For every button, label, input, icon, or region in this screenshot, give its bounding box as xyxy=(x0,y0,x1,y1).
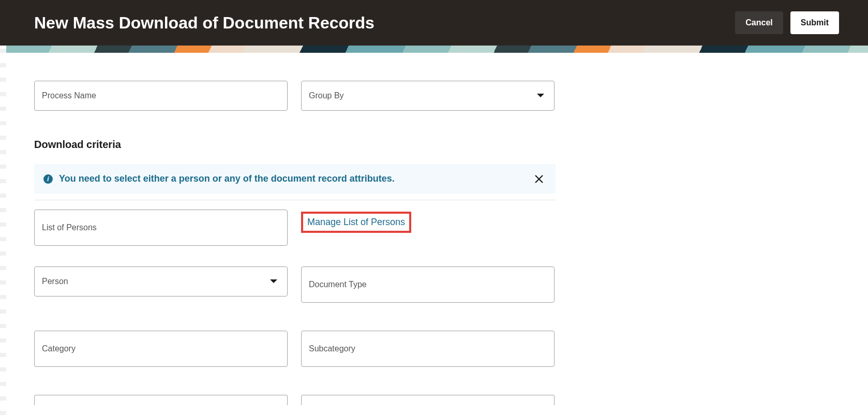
person-label: Person xyxy=(42,277,68,286)
chevron-down-icon xyxy=(270,277,278,286)
close-icon[interactable] xyxy=(534,174,544,184)
partial-field-left[interactable] xyxy=(34,395,288,405)
info-banner-text: You need to select either a person or an… xyxy=(59,173,395,184)
list-of-persons-input[interactable]: List of Persons xyxy=(34,210,288,246)
chevron-down-icon xyxy=(536,91,545,100)
bottom-partial-row xyxy=(34,395,834,405)
content-area: Process Name Group By Download criteria … xyxy=(6,53,868,415)
category-label: Category xyxy=(42,344,76,353)
category-input[interactable]: Category xyxy=(34,331,288,367)
partial-field-right[interactable] xyxy=(301,395,555,405)
top-fields-row: Process Name Group By xyxy=(34,81,834,111)
person-select[interactable]: Person xyxy=(34,266,288,297)
left-decorative-edge xyxy=(0,46,6,415)
document-type-input[interactable]: Document Type xyxy=(301,266,555,303)
header-actions: Cancel Submit xyxy=(735,11,839,34)
category-subcategory-row: Category Subcategory xyxy=(34,331,834,367)
submit-button[interactable]: Submit xyxy=(790,11,839,34)
document-type-label: Document Type xyxy=(309,280,367,289)
download-criteria-heading: Download criteria xyxy=(34,139,834,151)
cancel-button[interactable]: Cancel xyxy=(735,11,783,34)
manage-list-of-persons-link[interactable]: Manage List of Persons xyxy=(307,217,405,227)
highlight-box: Manage List of Persons xyxy=(301,212,411,233)
list-of-persons-label: List of Persons xyxy=(42,223,97,232)
divider xyxy=(34,200,556,200)
page-title: New Mass Download of Document Records xyxy=(34,13,375,33)
process-name-input[interactable]: Process Name xyxy=(34,81,288,111)
group-by-label: Group By xyxy=(309,91,344,100)
page-header: New Mass Download of Document Records Ca… xyxy=(0,0,868,46)
subcategory-label: Subcategory xyxy=(309,344,355,353)
process-name-label: Process Name xyxy=(42,91,96,100)
group-by-select[interactable]: Group By xyxy=(301,81,555,111)
subcategory-input[interactable]: Subcategory xyxy=(301,331,555,367)
accent-strip xyxy=(6,46,868,53)
info-banner-content: i You need to select either a person or … xyxy=(43,173,395,184)
info-banner: i You need to select either a person or … xyxy=(34,164,556,194)
info-icon: i xyxy=(43,174,53,184)
person-doctype-row: Person Document Type xyxy=(34,266,834,303)
list-of-persons-row: List of Persons Manage List of Persons xyxy=(34,210,834,246)
